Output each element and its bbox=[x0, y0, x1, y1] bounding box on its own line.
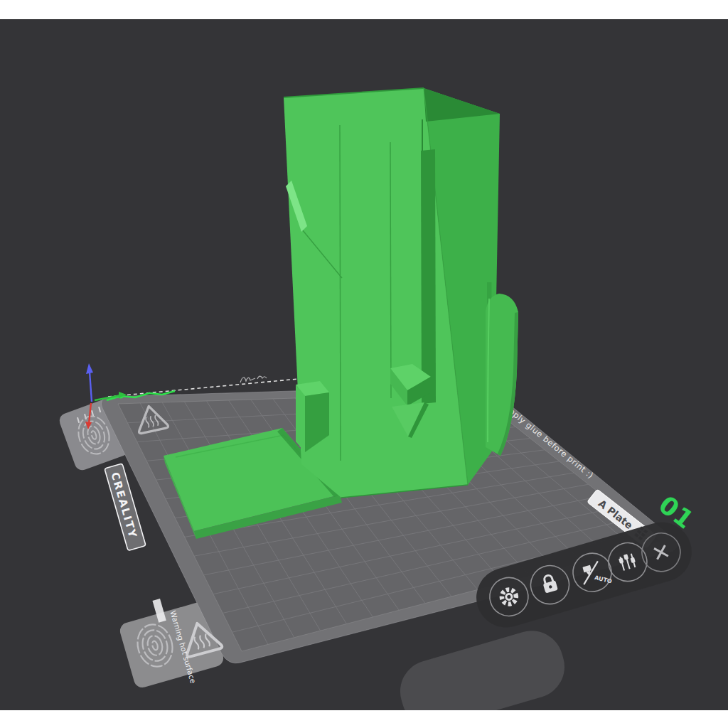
gear-icon bbox=[500, 588, 518, 606]
slicer-viewport: CREALITY Apply glue before print :) A Pl… bbox=[0, 0, 728, 728]
letterbox-bottom bbox=[0, 710, 728, 728]
scene-3d: CREALITY Apply glue before print :) A Pl… bbox=[0, 0, 728, 728]
model-channel-slot bbox=[421, 149, 436, 404]
model-channel-left-edge bbox=[390, 142, 391, 398]
model-inner-wall-edge bbox=[340, 125, 341, 461]
letterbox-top bbox=[0, 0, 728, 19]
model-cube-front bbox=[296, 385, 305, 452]
